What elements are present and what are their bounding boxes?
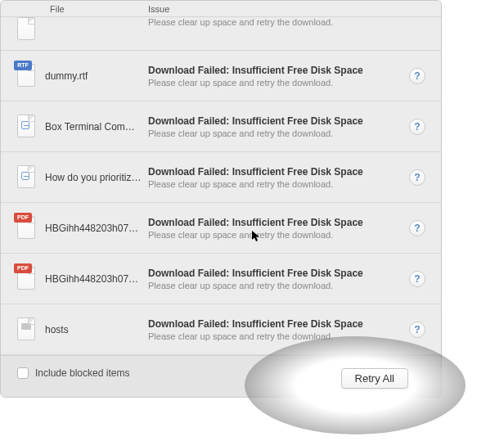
header-file: File bbox=[17, 4, 148, 14]
file-icon: PDF bbox=[17, 216, 37, 241]
table-header: File Issue bbox=[1, 1, 441, 17]
mouse-cursor-icon bbox=[252, 231, 260, 242]
file-icon bbox=[17, 115, 37, 139]
help-button[interactable]: ? bbox=[409, 271, 425, 287]
file-icon bbox=[17, 17, 37, 42]
footer-bar: Include blocked items Retry All bbox=[1, 355, 441, 397]
help-button[interactable]: ? bbox=[409, 119, 425, 135]
file-name: How do you prioritize y... bbox=[45, 172, 142, 183]
file-name: HBGihh448203h0714... bbox=[45, 273, 142, 285]
table-row: RTFdummy.rtfDownload Failed: Insufficien… bbox=[1, 51, 441, 101]
issue-detail: Please clear up space and retry the down… bbox=[148, 78, 398, 88]
table-row: Box Terminal Comman...Download Failed: I… bbox=[1, 101, 441, 152]
file-name: dummy.rtf bbox=[45, 70, 88, 82]
issue-title: Download Failed: Insufficient Free Disk … bbox=[148, 166, 398, 178]
file-icon bbox=[17, 165, 37, 190]
include-blocked-checkbox[interactable]: Include blocked items bbox=[17, 367, 129, 379]
issue-detail: Please clear up space and retry the down… bbox=[148, 128, 398, 138]
issue-detail: Please clear up space and retry the down… bbox=[148, 281, 398, 290]
help-button[interactable]: ? bbox=[409, 68, 425, 84]
checkbox-icon[interactable] bbox=[17, 367, 29, 379]
header-issue: Issue bbox=[148, 4, 441, 14]
issue-title: Download Failed: Insufficient Free Disk … bbox=[148, 217, 398, 228]
issue-title: Download Failed: Insufficient Free Disk … bbox=[148, 115, 398, 127]
include-blocked-label: Include blocked items bbox=[35, 367, 129, 379]
issue-title: Download Failed: Insufficient Free Disk … bbox=[148, 268, 398, 279]
file-name: hosts bbox=[45, 324, 69, 335]
issue-detail: Please clear up space and retry the down… bbox=[148, 179, 398, 189]
issue-title: Download Failed: Insufficient Free Disk … bbox=[148, 65, 398, 76]
issue-title: Download Failed: Insufficient Free Disk … bbox=[148, 318, 398, 330]
file-icon bbox=[17, 317, 37, 342]
file-icon: PDF bbox=[17, 267, 37, 291]
file-icon: RTF bbox=[17, 64, 37, 88]
table-row: How do you prioritize y...Download Faile… bbox=[1, 152, 441, 203]
table-row: hostsDownload Failed: Insufficient Free … bbox=[1, 304, 441, 355]
issue-detail: Please clear up space and retry the down… bbox=[148, 17, 405, 27]
table-row: PDFHBGihh448203h0714...Download Failed: … bbox=[1, 254, 441, 304]
help-button[interactable]: ? bbox=[409, 322, 425, 338]
issue-detail: Please clear up space and retry the down… bbox=[148, 331, 398, 341]
file-name: Box Terminal Comman... bbox=[45, 121, 142, 133]
file-name: HBGihh448203h0714... bbox=[45, 223, 142, 234]
downloads-error-panel: File Issue hosts Please clear up space a… bbox=[0, 0, 442, 398]
table-row: hosts Please clear up space and retry th… bbox=[1, 17, 441, 51]
issue-detail: Please clear up space and retry the down… bbox=[148, 230, 398, 240]
help-button[interactable]: ? bbox=[409, 220, 425, 236]
table-row: PDFHBGihh448203h0714...Download Failed: … bbox=[1, 203, 441, 254]
help-button[interactable]: ? bbox=[409, 169, 425, 186]
retry-all-button[interactable]: Retry All bbox=[341, 368, 408, 389]
